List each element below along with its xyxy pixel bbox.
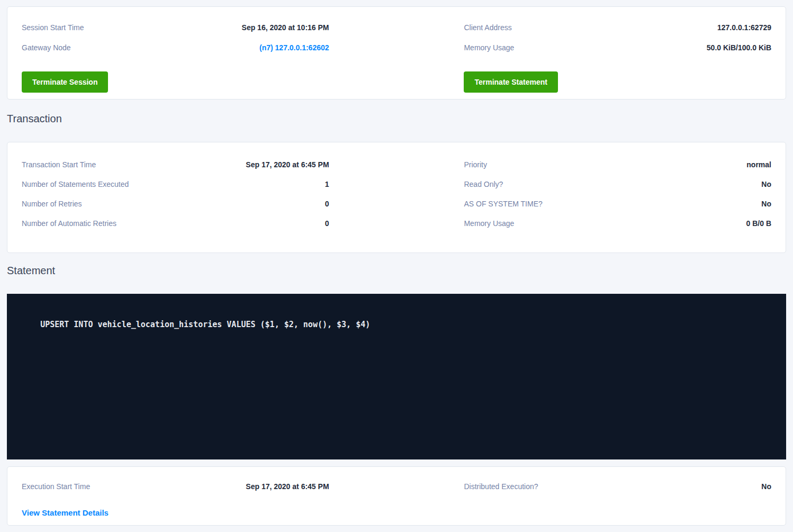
transaction-right-column: Priority normal Read Only? No AS OF SYST… — [464, 159, 771, 237]
transaction-memory-usage-value: 0 B/0 B — [746, 218, 771, 229]
as-of-system-time-value: No — [761, 198, 771, 210]
number-of-retries-value: 0 — [325, 198, 329, 210]
view-statement-details-link[interactable]: View Statement Details — [22, 508, 109, 517]
execution-start-time-label: Execution Start Time — [22, 481, 90, 492]
row-client-address: Client Address 127.0.0.1:62729 — [464, 22, 771, 33]
session-memory-usage-label: Memory Usage — [464, 42, 514, 53]
session-start-time-label: Session Start Time — [22, 22, 84, 33]
statements-executed-label: Number of Statements Executed — [22, 178, 129, 190]
session-left-column: Session Start Time Sep 16, 2020 at 10:16… — [22, 22, 329, 93]
gateway-node-label: Gateway Node — [22, 42, 71, 53]
read-only-label: Read Only? — [464, 178, 503, 190]
transaction-card: Transaction Start Time Sep 17, 2020 at 6… — [7, 142, 786, 253]
execution-start-time-value: Sep 17, 2020 at 6:45 PM — [246, 481, 329, 492]
priority-value: normal — [746, 159, 771, 170]
session-card-columns: Session Start Time Sep 16, 2020 at 10:16… — [22, 22, 771, 93]
sql-statement-box: UPSERT INTO vehicle_location_histories V… — [7, 294, 786, 459]
row-execution-start-time: Execution Start Time Sep 17, 2020 at 6:4… — [22, 481, 329, 492]
client-address-value: 127.0.0.1:62729 — [717, 22, 771, 33]
terminate-statement-button[interactable]: Terminate Statement — [464, 71, 557, 93]
row-gateway-node: Gateway Node (n7) 127.0.0.1:62602 — [22, 42, 329, 53]
row-number-of-retries: Number of Retries 0 — [22, 198, 329, 210]
client-address-label: Client Address — [464, 22, 511, 33]
automatic-retries-label: Number of Automatic Retries — [22, 218, 116, 229]
transaction-heading: Transaction — [7, 112, 786, 125]
execution-right-column: Distributed Execution? No — [464, 481, 771, 518]
row-transaction-start-time: Transaction Start Time Sep 17, 2020 at 6… — [22, 159, 329, 170]
read-only-value: No — [761, 178, 771, 190]
execution-card-columns: Execution Start Time Sep 17, 2020 at 6:4… — [22, 481, 771, 518]
session-card: Session Start Time Sep 16, 2020 at 10:16… — [7, 6, 786, 100]
session-details-page: Session Start Time Sep 16, 2020 at 10:16… — [0, 0, 793, 526]
session-memory-usage-value: 50.0 KiB/100.0 KiB — [707, 42, 771, 53]
transaction-memory-usage-label: Memory Usage — [464, 218, 514, 229]
statement-heading: Statement — [7, 264, 786, 277]
row-session-start-time: Session Start Time Sep 16, 2020 at 10:16… — [22, 22, 329, 33]
gateway-node-link[interactable]: (n7) 127.0.0.1:62602 — [259, 42, 329, 53]
row-distributed-execution: Distributed Execution? No — [464, 481, 771, 492]
session-start-time-value: Sep 16, 2020 at 10:16 PM — [242, 22, 329, 33]
as-of-system-time-label: AS OF SYSTEM TIME? — [464, 198, 542, 210]
row-transaction-memory-usage: Memory Usage 0 B/0 B — [464, 218, 771, 229]
transaction-start-time-label: Transaction Start Time — [22, 159, 96, 170]
session-right-column: Client Address 127.0.0.1:62729 Memory Us… — [464, 22, 771, 93]
execution-card: Execution Start Time Sep 17, 2020 at 6:4… — [7, 466, 786, 526]
automatic-retries-value: 0 — [325, 218, 329, 229]
distributed-execution-label: Distributed Execution? — [464, 481, 538, 492]
row-session-memory-usage: Memory Usage 50.0 KiB/100.0 KiB — [464, 42, 771, 53]
row-priority: Priority normal — [464, 159, 771, 170]
terminate-session-button[interactable]: Terminate Session — [22, 71, 108, 93]
transaction-card-columns: Transaction Start Time Sep 17, 2020 at 6… — [22, 159, 771, 237]
transaction-left-column: Transaction Start Time Sep 17, 2020 at 6… — [22, 159, 329, 237]
priority-label: Priority — [464, 159, 487, 170]
row-automatic-retries: Number of Automatic Retries 0 — [22, 218, 329, 229]
row-statements-executed: Number of Statements Executed 1 — [22, 178, 329, 190]
transaction-start-time-value: Sep 17, 2020 at 6:45 PM — [246, 159, 329, 170]
statements-executed-value: 1 — [325, 178, 329, 190]
execution-left-column: Execution Start Time Sep 17, 2020 at 6:4… — [22, 481, 329, 518]
number-of-retries-label: Number of Retries — [22, 198, 82, 210]
sql-statement-text: UPSERT INTO vehicle_location_histories V… — [40, 320, 370, 329]
row-as-of-system-time: AS OF SYSTEM TIME? No — [464, 198, 771, 210]
distributed-execution-value: No — [761, 481, 771, 492]
row-read-only: Read Only? No — [464, 178, 771, 190]
